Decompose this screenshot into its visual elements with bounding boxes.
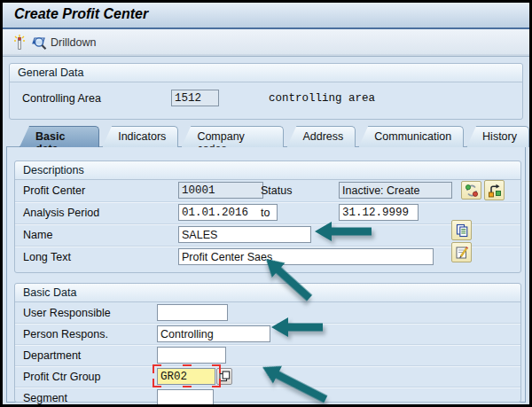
to-label: to — [261, 207, 270, 219]
name-row: Name SALES — [15, 224, 520, 247]
tab-communication[interactable]: Communication — [358, 126, 464, 147]
department-field[interactable] — [157, 347, 226, 364]
profit-center-label: Profit Center — [23, 184, 85, 197]
edit-long-text-button[interactable] — [451, 242, 472, 262]
segment-field[interactable] — [157, 389, 214, 406]
copy-icon — [455, 223, 469, 238]
status-field[interactable]: Inactive: Create — [339, 182, 452, 199]
wand-button[interactable] — [12, 33, 27, 52]
matchcode-button[interactable] — [216, 368, 232, 385]
profit-ctr-group-row: Profit Ctr Group GR02 — [15, 366, 520, 387]
tab-address[interactable]: Address — [286, 126, 356, 147]
general-data-header: General Data — [10, 64, 522, 82]
controlling-area-description: controlling area — [269, 92, 375, 105]
matchcode-icon — [219, 371, 231, 382]
sap-window: Create Profit Center Drilldown — [0, 0, 532, 407]
long-text-row: Long Text Profit Center Saes — [15, 247, 520, 268]
status-overview-button[interactable] — [484, 180, 505, 200]
long-text-label: Long Text — [23, 251, 71, 263]
analysis-period-label: Analysis Period — [23, 207, 99, 219]
edit-icon — [455, 246, 469, 260]
user-responsible-field[interactable] — [157, 304, 228, 321]
department-label: Department — [23, 349, 81, 362]
segment-row: Segment — [15, 387, 520, 407]
person-resp-row: Person Respons. Controlling — [15, 324, 520, 345]
department-row: Department — [15, 345, 520, 366]
analysis-to-field[interactable]: 31.12.9999 — [339, 204, 419, 221]
name-field[interactable]: SALES — [178, 226, 311, 243]
general-data-group: General Data Controlling Area 1512 contr… — [9, 63, 523, 120]
descriptions-group: Descriptions Profit Center 10001 Status … — [14, 160, 521, 273]
tab-company-codes[interactable]: Company codes — [181, 126, 284, 147]
person-resp-label: Person Respons. — [23, 328, 108, 340]
user-responsible-row: User Responsible — [15, 302, 520, 324]
drilldown-magnifier-icon — [32, 35, 49, 51]
tab-history[interactable]: History — [466, 126, 529, 147]
tab-basic-data[interactable]: Basic data — [20, 126, 99, 147]
drilldown-button[interactable]: Drilldown — [32, 33, 96, 52]
title-bar: Create Profit Center — [3, 3, 529, 29]
profit-ctr-group-label: Profit Ctr Group — [23, 371, 101, 383]
tab-indicators[interactable]: Indicators — [102, 126, 178, 147]
user-responsible-label: User Responsible — [23, 307, 111, 319]
page-title: Create Profit Center — [14, 6, 148, 22]
wand-icon — [12, 34, 27, 51]
status-overview-icon — [488, 184, 502, 198]
profit-ctr-group-field[interactable]: GR02 — [157, 368, 215, 385]
descriptions-header: Descriptions — [15, 161, 520, 180]
name-label: Name — [23, 229, 52, 241]
change-status-button[interactable] — [461, 181, 481, 200]
segment-label: Segment — [23, 392, 67, 404]
basic-data-header: Basic Data — [15, 284, 520, 302]
profit-center-row: Profit Center 10001 Status Inactive: Cre… — [15, 180, 520, 202]
profit-center-field[interactable]: 10001 — [178, 182, 263, 199]
tab-strip: Basic data Indicators Company codes Addr… — [20, 126, 529, 147]
application-toolbar: Drilldown — [3, 29, 529, 57]
analysis-period-row: Analysis Period 01.01.2016 to 31.12.9999 — [15, 202, 520, 224]
controlling-area-label: Controlling Area — [22, 92, 101, 105]
basic-data-group: Basic Data User Responsible Person Respo… — [14, 283, 521, 403]
long-text-field[interactable]: Profit Center Saes — [178, 248, 434, 265]
drilldown-label: Drilldown — [51, 36, 96, 49]
controlling-area-field[interactable]: 1512 — [171, 90, 219, 106]
change-status-icon — [465, 184, 479, 198]
status-label: Status — [261, 184, 292, 197]
copy-text-button[interactable] — [451, 220, 472, 240]
person-resp-field[interactable]: Controlling — [157, 325, 270, 342]
